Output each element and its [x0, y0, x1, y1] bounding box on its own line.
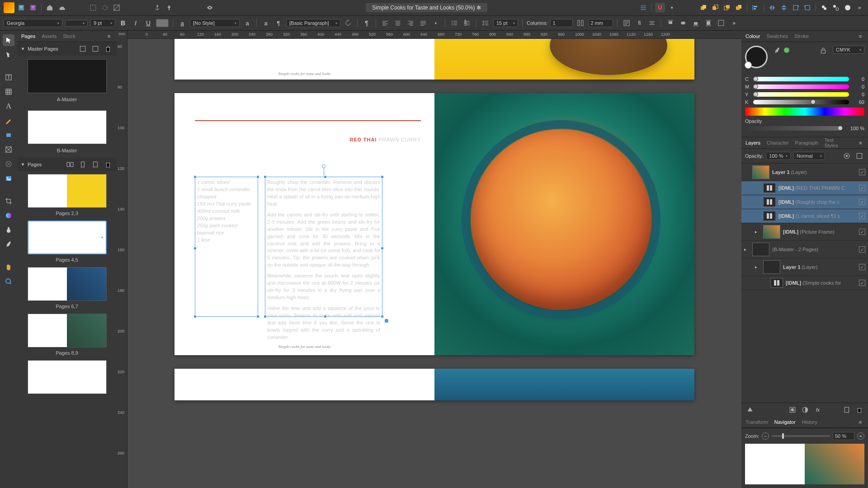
text-align-center-icon[interactable] [393, 18, 403, 28]
select-same-icon[interactable] [100, 3, 110, 13]
text-align-justify-icon[interactable] [418, 18, 428, 28]
zoom-out-icon[interactable]: − [762, 432, 769, 440]
page-thumb-2-3[interactable] [28, 174, 107, 208]
tab-colour[interactable]: Colour [744, 32, 761, 40]
layer-row[interactable]: [IDML] (RED THAI PRAWN C✓ [741, 181, 868, 195]
pages-view-icon[interactable] [65, 160, 75, 169]
add-layer-icon[interactable] [842, 405, 852, 415]
reset-para-icon[interactable] [343, 18, 353, 28]
align-left-icon[interactable] [750, 3, 760, 13]
layer-row[interactable]: [IDML] (Simple cooks for✓ [741, 276, 868, 290]
layer-visible-checkbox[interactable]: ✓ [859, 264, 865, 270]
fx-icon[interactable]: fx [813, 405, 823, 415]
layer-visible-checkbox[interactable]: ✓ [859, 280, 865, 286]
more-icon[interactable]: » [729, 18, 739, 28]
table-tool[interactable] [3, 86, 14, 98]
tab-pages[interactable]: Pages [20, 32, 37, 40]
move-front-icon[interactable] [698, 3, 708, 13]
ungroup-icon[interactable] [831, 3, 841, 13]
spread-2-3[interactable]: Simple cooks for taste and looks [175, 39, 694, 80]
opacity-slider[interactable] [745, 126, 843, 131]
panel-menu-icon[interactable]: ≡ [104, 31, 114, 41]
page-thumb-10-11[interactable] [28, 360, 107, 394]
italic-button[interactable]: I [131, 18, 141, 28]
clear-char-icon[interactable]: a [242, 18, 252, 28]
text-color-swatch[interactable] [156, 19, 169, 27]
adjustment-icon[interactable] [800, 405, 810, 415]
list-number-icon[interactable]: 123 [462, 18, 472, 28]
typography-icon[interactable]: fi [634, 18, 644, 28]
canvas[interactable]: mm 6080100120140160180200220240260 04080… [117, 31, 741, 488]
layer-row[interactable]: ▸[IDML] (Picture Frame)✓ [741, 223, 868, 241]
font-family-select[interactable]: Georgia [4, 19, 62, 27]
home-icon[interactable] [45, 3, 55, 13]
pin-icon[interactable] [164, 3, 174, 13]
pan-tool[interactable] [3, 261, 14, 273]
layer-visible-checkbox[interactable]: ✓ [859, 185, 865, 191]
gutter-icon[interactable] [576, 18, 585, 28]
layer-blend-icon[interactable] [745, 405, 755, 415]
node-tool[interactable] [3, 49, 14, 61]
app-switcher-publisher-icon[interactable] [28, 3, 38, 13]
tab-textstyles[interactable]: Text Styles [823, 136, 849, 150]
ellipse-frame-tool[interactable] [3, 158, 14, 170]
gutter-input[interactable]: 2 mm [588, 19, 613, 27]
valign-top-icon[interactable] [665, 18, 675, 28]
layer-row[interactable]: ▸ (B-Master - 2 Pages)✓ [741, 241, 868, 258]
page-thumb-8-9[interactable] [28, 314, 107, 347]
page-thumb-6-7[interactable] [28, 267, 107, 301]
move-backward-icon[interactable] [722, 3, 732, 13]
pages-header[interactable]: ▼Pages [17, 158, 117, 171]
eyedropper-icon[interactable] [772, 46, 782, 56]
move-tool[interactable] [3, 34, 14, 46]
layer-visible-checkbox[interactable]: ✓ [859, 213, 865, 219]
para-icon[interactable]: a [261, 18, 271, 28]
show-para-icon[interactable]: ¶ [362, 18, 372, 28]
tab-character[interactable]: Character [765, 139, 790, 147]
spread-4-5[interactable]: RED THAI PRAWN CURRY 1 carrot, sliced1 s… [175, 93, 694, 355]
delete-master-icon[interactable] [103, 44, 113, 54]
rectangle-tool[interactable] [3, 129, 14, 141]
artistic-text-tool[interactable]: A [3, 100, 14, 112]
place-image-tool[interactable] [3, 173, 14, 184]
flip-h-icon[interactable] [767, 3, 777, 13]
rotate-cw-icon[interactable] [791, 3, 801, 13]
valign-just-icon[interactable] [703, 18, 713, 28]
layer-visible-checkbox[interactable]: ✓ [859, 246, 865, 253]
anchor-icon[interactable] [152, 3, 162, 13]
slider-K[interactable] [753, 100, 849, 104]
master-b-thumb[interactable] [28, 110, 107, 144]
colour-wells[interactable] [745, 46, 768, 68]
zoom-slider[interactable] [772, 435, 830, 437]
snap-options-icon[interactable]: ▾ [667, 3, 677, 13]
single-page-icon[interactable] [78, 160, 88, 169]
app-switcher-photo-icon[interactable] [16, 3, 26, 13]
justify-more-icon[interactable]: ▾ [431, 18, 441, 28]
char-style-icon[interactable]: a [177, 18, 187, 28]
pen-tool[interactable] [3, 115, 14, 127]
rotate-ccw-icon[interactable] [802, 3, 812, 13]
snap-icon[interactable] [655, 3, 665, 13]
nav-menu-icon[interactable]: ≡ [855, 417, 865, 427]
tab-assets[interactable]: Assets [40, 32, 58, 40]
delete-layer-icon[interactable] [854, 405, 864, 415]
layer-opts-icon[interactable] [854, 151, 864, 161]
ingredients-frame[interactable]: 1 carrot, sliced1 small bunch coriander,… [195, 177, 258, 317]
layer-row[interactable]: ▸Layer 1 (Layer)✓ [741, 258, 868, 276]
layers-menu-icon[interactable]: ≡ [856, 138, 865, 148]
layer-row[interactable]: Layer 1 (Layer)✓ [741, 164, 868, 181]
valign-bot-icon[interactable] [691, 18, 701, 28]
app-switcher-designer-icon[interactable] [4, 2, 14, 13]
master-opts-icon[interactable] [78, 44, 88, 54]
layer-opacity-select[interactable]: 100 % [766, 152, 791, 160]
layer-row[interactable]: [IDML] (Roughly chop the c✓ [741, 195, 868, 209]
colour-menu-icon[interactable]: ≡ [855, 31, 865, 41]
picture-frame-tool[interactable] [3, 144, 14, 155]
add-page-icon[interactable] [90, 160, 100, 169]
tab-swatches[interactable]: Swatches [765, 32, 789, 40]
deselect-icon[interactable] [112, 3, 122, 13]
add-swatch-icon[interactable] [784, 47, 789, 53]
text-align-left-icon[interactable] [380, 18, 390, 28]
spread-6-7[interactable] [175, 369, 694, 400]
tab-paragraph[interactable]: Paragraph [793, 139, 819, 147]
